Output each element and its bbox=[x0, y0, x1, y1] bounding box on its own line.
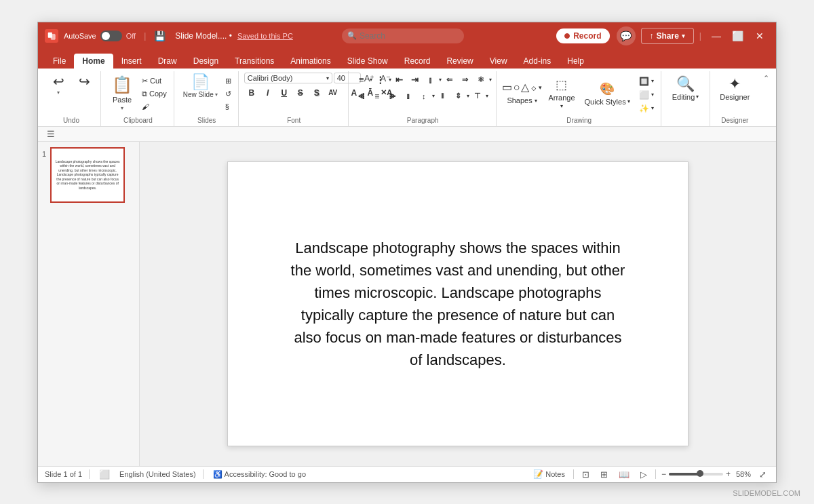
restore-button[interactable]: ⬜ bbox=[729, 26, 748, 45]
slide-1-thumb[interactable]: Landscape photography shows the spaces w… bbox=[50, 147, 125, 203]
close-button[interactable]: ✕ bbox=[750, 26, 769, 45]
slide-canvas[interactable]: Landscape photography shows the spaces w… bbox=[227, 161, 689, 446]
ribbon-collapse-area: ⌃ bbox=[760, 71, 772, 126]
text-direction-button[interactable]: ⇕ bbox=[451, 89, 466, 104]
editing-button[interactable]: 🔍 Editing ▾ bbox=[667, 73, 705, 104]
align-text-button[interactable]: ⊤ bbox=[470, 89, 485, 104]
shape-fill-icon: 🔲 bbox=[639, 77, 649, 86]
paste-button[interactable]: 📋 Paste ▾ bbox=[106, 73, 138, 115]
tab-addins[interactable]: Add-ins bbox=[516, 54, 560, 69]
ltr-button[interactable]: ⇒ bbox=[458, 73, 473, 88]
tab-slideshow[interactable]: Slide Show bbox=[339, 54, 396, 69]
italic-button[interactable]: I bbox=[260, 85, 275, 100]
minimize-button[interactable]: — bbox=[707, 26, 726, 45]
tab-home[interactable]: Home bbox=[74, 54, 113, 69]
status-divider-3 bbox=[573, 469, 574, 479]
align-center-button[interactable]: ≡ bbox=[370, 89, 385, 104]
slide-1-number: 1 bbox=[42, 150, 46, 158]
shape-outline-button[interactable]: ⬜ ▾ bbox=[636, 89, 657, 101]
save-icon[interactable]: 💾 bbox=[154, 31, 166, 41]
shape-3-icon[interactable]: △ bbox=[521, 81, 529, 94]
designer-button[interactable]: ✦ Designer bbox=[714, 73, 755, 104]
col-break-button[interactable]: ⫿ bbox=[423, 73, 438, 88]
numbering-button[interactable]: ⋮ bbox=[373, 73, 388, 88]
redo-button[interactable]: ↪ bbox=[72, 73, 96, 90]
para-controls-inner: ≡ ▾ ⋮ ▾ ⇤ ⇥ ⫿ ▾ ⇐ ⇒ ⚛ ▾ ⫷ bbox=[354, 73, 492, 104]
shape-effects-button[interactable]: ✨ ▾ bbox=[636, 102, 657, 115]
slide-outline-button[interactable]: ⬜ bbox=[96, 468, 113, 481]
normal-view-button[interactable]: ⊡ bbox=[579, 468, 592, 481]
zoom-track[interactable] bbox=[669, 473, 723, 476]
align-right-button[interactable]: ⫸ bbox=[385, 89, 400, 104]
tab-record[interactable]: Record bbox=[396, 54, 439, 69]
slide-sorter-button[interactable]: ⊞ bbox=[598, 468, 610, 481]
arrange-button[interactable]: ⬚ Arrange ▾ bbox=[545, 75, 578, 111]
tab-help[interactable]: Help bbox=[559, 54, 592, 69]
share-button[interactable]: ↑ Share ▾ bbox=[641, 28, 694, 44]
shape-effects-icon: ✨ bbox=[639, 104, 649, 113]
format-painter-button[interactable]: 🖌 bbox=[139, 101, 170, 112]
reading-view-button[interactable]: 📖 bbox=[616, 468, 632, 481]
line-spacing-button[interactable]: ↕ bbox=[416, 89, 431, 104]
tab-insert[interactable]: Insert bbox=[113, 54, 150, 69]
font-family-select[interactable]: Calibri (Body) ▾ bbox=[244, 73, 332, 83]
undo-button[interactable]: ↩ ▾ bbox=[46, 73, 71, 98]
shapes-button[interactable]: Shapes ▾ bbox=[504, 95, 539, 106]
tab-draw[interactable]: Draw bbox=[150, 54, 185, 69]
tab-transitions[interactable]: Transitions bbox=[227, 54, 282, 69]
tab-view[interactable]: View bbox=[482, 54, 516, 69]
slide-show-button[interactable]: ▷ bbox=[638, 468, 650, 481]
underline-button[interactable]: U bbox=[277, 85, 292, 100]
accessibility-button[interactable]: ♿ Accessibility: Good to go bbox=[210, 469, 309, 480]
main-area: 1 Landscape photography shows the spaces… bbox=[38, 142, 776, 466]
quick-styles-button[interactable]: 🎨 Quick Styles ▾ bbox=[581, 79, 634, 108]
arrange-label: Arrange bbox=[548, 94, 575, 102]
bold-button[interactable]: B bbox=[244, 85, 259, 100]
undo-icon: ↩ bbox=[53, 75, 64, 88]
indent-dec-button[interactable]: ⇤ bbox=[392, 73, 407, 88]
notes-button[interactable]: 📝 Notes bbox=[530, 468, 568, 480]
align-left-button[interactable]: ⫷ bbox=[354, 89, 369, 104]
tab-file[interactable]: File bbox=[45, 54, 74, 69]
section-button[interactable]: § bbox=[222, 101, 234, 112]
shape-fill-button[interactable]: 🔲 ▾ bbox=[636, 75, 657, 88]
shadow-button[interactable]: S bbox=[309, 85, 324, 100]
shapes-caret-icon[interactable]: ▾ bbox=[539, 84, 542, 91]
cut-button[interactable]: ✂ Cut bbox=[139, 75, 170, 87]
tab-animations[interactable]: Animations bbox=[282, 54, 338, 69]
convert-smartart-button[interactable]: ⚛ bbox=[473, 73, 488, 88]
qa-customize-button[interactable]: ☰ bbox=[45, 128, 57, 140]
cols-button[interactable]: ⦀ bbox=[435, 89, 450, 104]
reset-button[interactable]: ↺ bbox=[222, 88, 234, 100]
quick-access-bar: ☰ bbox=[38, 127, 776, 142]
notes-icon: 📝 bbox=[533, 469, 543, 479]
zoom-in-icon[interactable]: + bbox=[726, 469, 731, 479]
zoom-out-icon[interactable]: − bbox=[661, 469, 666, 479]
shape-4-icon[interactable]: ⬦ bbox=[530, 81, 537, 94]
reset-icon: ↺ bbox=[225, 90, 231, 98]
ribbon-collapse-button[interactable]: ⌃ bbox=[760, 73, 772, 84]
shape-1-icon[interactable]: ▭ bbox=[502, 81, 512, 94]
layout-button[interactable]: ⊞ bbox=[222, 75, 234, 87]
new-slide-button[interactable]: 📄 New Slide ▾ bbox=[180, 73, 221, 100]
bullets-button[interactable]: ≡ bbox=[354, 73, 369, 88]
shape-2-icon[interactable]: ○ bbox=[513, 81, 520, 94]
justify-button[interactable]: ⫾ bbox=[401, 89, 416, 104]
rtl-button[interactable]: ⇐ bbox=[442, 73, 457, 88]
zoom-slider[interactable]: − + bbox=[661, 469, 731, 479]
slide-main-text[interactable]: Landscape photography shows the spaces w… bbox=[261, 210, 655, 398]
tab-review[interactable]: Review bbox=[438, 54, 481, 69]
chat-button[interactable]: 💬 bbox=[617, 26, 636, 45]
slide-edit-area[interactable]: Landscape photography shows the spaces w… bbox=[140, 142, 776, 466]
copy-button[interactable]: ⧉ Copy bbox=[139, 88, 170, 100]
tab-design[interactable]: Design bbox=[185, 54, 227, 69]
char-spacing-button[interactable]: AV bbox=[326, 85, 341, 100]
record-button[interactable]: Record bbox=[556, 28, 609, 43]
fit-slide-button[interactable]: ⤢ bbox=[756, 468, 769, 481]
autosave-toggle[interactable] bbox=[100, 31, 122, 41]
indent-inc-button[interactable]: ⇥ bbox=[408, 73, 423, 88]
autosave-label: AutoSave bbox=[64, 32, 96, 40]
search-input[interactable] bbox=[342, 28, 464, 43]
strikethrough-button[interactable]: S bbox=[293, 85, 308, 100]
slide-sorter-icon: ⊞ bbox=[600, 469, 608, 480]
